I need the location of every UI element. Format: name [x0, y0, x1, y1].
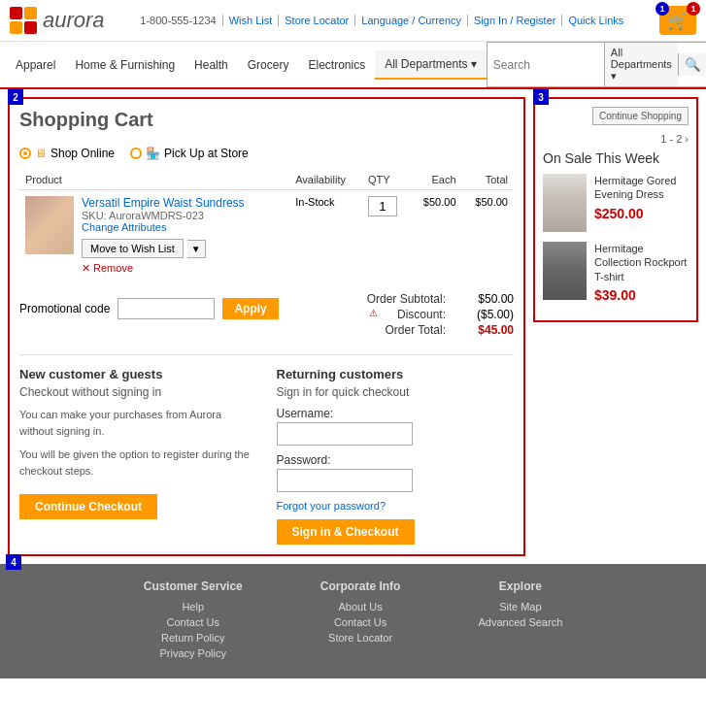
shop-mode-selector: 🖥 Shop Online 🏪 Pick Up at Store: [19, 147, 514, 160]
nav-health[interactable]: Health: [185, 51, 238, 79]
discount-val: ($5.00): [465, 308, 514, 321]
continue-checkout-btn[interactable]: Continue Checkout: [19, 494, 157, 519]
order-total-row: Order Total: $45.00: [367, 323, 514, 337]
remove-icon: ✕: [82, 262, 90, 274]
store-locator-link[interactable]: Store Locator: [279, 15, 355, 26]
continue-shopping-btn[interactable]: Continue Shopping: [592, 107, 689, 125]
promo-totals-wrap: Promotional code Apply Order Subtotal: $…: [19, 290, 514, 339]
footer-privacy-link[interactable]: Privacy Policy: [144, 647, 243, 659]
product-name[interactable]: Versatil Empire Waist Sundress: [82, 196, 245, 210]
move-to-wishlist-btn[interactable]: Move to Wish List: [82, 239, 184, 258]
sale-item-2-price: $39.00: [594, 287, 689, 303]
sale-item-2-name: Hermitage Collection Rockport T-shirt: [594, 242, 689, 283]
each-cell: $50.00: [410, 190, 461, 281]
new-customer-desc1: You can make your purchases from Aurora …: [19, 407, 257, 439]
footer-help-link[interactable]: Help: [144, 601, 243, 612]
search-department-selector[interactable]: All Departments ▾: [604, 43, 678, 86]
apply-btn[interactable]: Apply: [222, 298, 278, 319]
pickup-option[interactable]: 🏪 Pick Up at Store: [130, 147, 249, 160]
main-content: 2 Shopping Cart 🖥 Shop Online 🏪 Pick Up …: [0, 89, 706, 564]
move-row: Move to Wish List ▼: [82, 239, 245, 258]
footer-contact2-link[interactable]: Contact Us: [320, 616, 401, 628]
promo-input[interactable]: [118, 298, 215, 319]
shop-online-radio[interactable]: [19, 148, 31, 159]
header-links: 1-800-555-1234 Wish List Store Locator L…: [134, 15, 629, 26]
cart-area[interactable]: 🛒 1 1: [659, 6, 696, 35]
col-availability: Availability: [289, 170, 362, 190]
search-input[interactable]: [487, 54, 604, 76]
pagination-arrow[interactable]: ›: [685, 133, 689, 145]
discount-icon: ⚠: [369, 308, 378, 321]
new-customer-heading: New customer & guests: [19, 367, 257, 381]
section-4-badge: 4: [6, 554, 21, 570]
search-area: All Departments ▾ 🔍: [487, 42, 706, 87]
sale-item-1[interactable]: Hermitage Gored Evening Dress $250.00: [543, 174, 689, 232]
new-customer-desc2: You will be given the option to register…: [19, 447, 257, 479]
footer-about-link[interactable]: About Us: [320, 601, 401, 612]
footer-store-locator-link[interactable]: Store Locator: [320, 632, 401, 644]
navbar: Apparel Home & Furnishing Health Grocery…: [0, 42, 706, 89]
username-input[interactable]: [277, 422, 413, 446]
shop-online-option[interactable]: 🖥 Shop Online: [19, 147, 115, 160]
new-customer-col: New customer & guests Checkout without s…: [19, 367, 257, 545]
promo-row: Promotional code Apply: [19, 298, 279, 319]
quick-links[interactable]: Quick Links: [562, 15, 629, 26]
subtotal-row: Order Subtotal: $50.00: [367, 292, 514, 306]
qty-input[interactable]: [368, 196, 397, 216]
nav-grocery[interactable]: Grocery: [238, 51, 299, 79]
pickup-radio[interactable]: [130, 148, 142, 159]
footer-return-link[interactable]: Return Policy: [144, 632, 243, 644]
logo-icon: [10, 7, 37, 34]
footer: 4 Customer Service Help Contact Us Retur…: [0, 564, 706, 678]
nav-apparel[interactable]: Apparel: [6, 51, 65, 79]
subtotal-val: $50.00: [465, 292, 514, 306]
password-input[interactable]: [277, 469, 413, 492]
subtotal-label: Order Subtotal:: [367, 292, 446, 306]
sale-pagination: 1 - 2 ›: [543, 133, 689, 145]
remove-link[interactable]: Remove: [93, 262, 133, 274]
sale-item-2[interactable]: Hermitage Collection Rockport T-shirt $3…: [543, 242, 689, 303]
nav-home[interactable]: Home & Furnishing: [65, 51, 185, 79]
returning-customer-col: Returning customers Sign in for quick ch…: [277, 367, 515, 545]
col-total: Total: [462, 170, 514, 190]
footer-col-1-heading: Customer Service: [144, 579, 243, 593]
nav-electronics[interactable]: Electronics: [298, 51, 375, 79]
new-customer-sub: Checkout without signing in: [19, 385, 257, 399]
language-currency-link[interactable]: Language / Currency: [355, 15, 468, 26]
signin-checkout-btn[interactable]: Sign in & Checkout: [277, 519, 415, 545]
footer-advanced-search-link[interactable]: Advanced Search: [478, 616, 562, 628]
footer-col-2-heading: Corporate Info: [320, 579, 401, 593]
sale-header: Continue Shopping: [543, 107, 689, 125]
order-total-label: Order Total:: [386, 323, 446, 337]
cart-icon: 🛒: [667, 10, 689, 31]
cart-title: Shopping Cart: [19, 109, 153, 131]
footer-corporate-info: Corporate Info About Us Contact Us Store…: [320, 579, 401, 663]
col-each: Each: [410, 170, 461, 190]
table-row: Versatil Empire Waist Sundress SKU: Auro…: [19, 190, 514, 281]
sale-item-1-image: [543, 174, 587, 232]
search-button[interactable]: 🔍: [678, 53, 706, 76]
phone-number: 1-800-555-1234: [134, 15, 222, 26]
forgot-password-link[interactable]: Forgot your password?: [277, 500, 515, 512]
footer-contact-link[interactable]: Contact Us: [144, 616, 243, 628]
order-total-val: $45.00: [465, 323, 514, 337]
footer-customer-service: Customer Service Help Contact Us Return …: [144, 579, 243, 663]
pagination-text: 1 - 2: [660, 133, 682, 145]
pickup-icon: 🏪: [146, 147, 160, 160]
change-attributes-link[interactable]: Change Attributes: [82, 221, 245, 233]
move-dropdown-arrow[interactable]: ▼: [187, 240, 206, 258]
discount-label: Discount:: [397, 308, 446, 321]
nav-all-departments[interactable]: All Departments ▾: [375, 50, 487, 80]
header: aurora 1-800-555-1234 Wish List Store Lo…: [0, 0, 706, 42]
footer-sitemap-link[interactable]: Site Map: [478, 601, 562, 612]
wishlist-link[interactable]: Wish List: [223, 15, 280, 26]
shop-online-icon: 🖥: [35, 147, 47, 160]
signin-link[interactable]: Sign In / Register: [468, 15, 562, 26]
section-3-badge: 3: [533, 89, 549, 105]
header-step-badge: 1: [656, 2, 669, 16]
sale-item-1-info: Hermitage Gored Evening Dress $250.00: [594, 174, 689, 221]
product-image: [25, 196, 74, 254]
pickup-label: Pick Up at Store: [164, 147, 249, 160]
logo-text: aurora: [43, 8, 105, 33]
logo-area: aurora: [10, 7, 105, 34]
